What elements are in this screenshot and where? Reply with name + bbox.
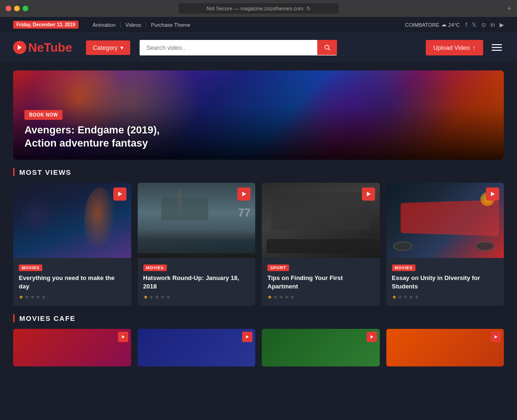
play-icon: [369, 334, 374, 339]
card-play-icon[interactable]: [113, 187, 126, 201]
logo-tube: Tube: [44, 40, 72, 54]
bottom-card-2: [138, 329, 256, 366]
bottom-card-3: [262, 329, 380, 366]
svg-marker-9: [370, 335, 373, 339]
facebook-icon[interactable]: f: [465, 22, 467, 28]
ship-body: [161, 197, 208, 220]
star-1: ★: [267, 294, 272, 300]
svg-marker-6: [491, 192, 495, 196]
reload-icon[interactable]: ↻: [306, 6, 311, 12]
search-button[interactable]: [317, 40, 337, 55]
svg-marker-8: [246, 335, 249, 339]
card-play-icon[interactable]: [362, 187, 375, 201]
card-thumbnail: [386, 183, 504, 258]
star-2: ★: [398, 294, 402, 300]
video-card: 77 MOVIES Hatswork Round-Up: January 18,…: [138, 183, 256, 306]
card-rating: ★ ★ ★ ★ ★: [392, 294, 499, 300]
bottom-play-icon[interactable]: [491, 332, 501, 342]
thumbnail-figure: [84, 187, 117, 253]
instagram-icon[interactable]: ⊙: [481, 22, 486, 28]
youtube-icon[interactable]: ▶: [500, 22, 504, 28]
star-2: ★: [24, 294, 29, 300]
weather-temp: 24°C: [448, 22, 460, 28]
card-category-badge: MOVIES: [19, 264, 42, 271]
video-card: MOVIES Essay on Unity in Diversity for S…: [386, 183, 504, 306]
star-5: ★: [166, 294, 171, 300]
star-3: ★: [30, 294, 35, 300]
card-play-icon[interactable]: [237, 187, 251, 201]
top-bar: Friday, December 13, 2019 Animation Vide…: [0, 17, 517, 33]
star-4: ★: [409, 294, 414, 300]
ship-mast: [178, 190, 181, 213]
search-input[interactable]: [140, 40, 317, 55]
most-views-title: MOST VIEWS: [13, 168, 71, 176]
top-nav-links: Animation Videos Purchase Theme: [88, 22, 195, 28]
bottom-play-icon[interactable]: [118, 332, 128, 342]
svg-marker-10: [495, 335, 498, 339]
bottom-play-icon[interactable]: [242, 332, 252, 342]
address-bar[interactable]: Not Secure — magazine.zozothemes.com ↻: [179, 3, 338, 14]
top-bar-left: Friday, December 13, 2019 Animation Vide…: [13, 21, 195, 29]
star-1: ★: [392, 294, 397, 300]
nav-link-videos[interactable]: Videos: [121, 22, 146, 28]
card-thumbnail: [262, 183, 380, 258]
nav-link-purchase[interactable]: Purchase Theme: [146, 22, 195, 28]
card-rating: ★ ★ ★ ★ ★: [19, 294, 125, 300]
vehicle-body: [271, 192, 370, 230]
card-thumbnail: [13, 183, 131, 258]
star-1: ★: [143, 294, 148, 300]
play-icon: [117, 191, 123, 197]
star-2: ★: [273, 294, 278, 300]
search-bar: [140, 40, 337, 55]
hamburger-menu-button[interactable]: [490, 42, 504, 53]
card-category-badge: MOVIES: [143, 264, 167, 271]
card-body: SPORT Tips on Finding Your First Apartme…: [262, 258, 380, 306]
social-icons: f 𝕏 ⊙ in ▶: [465, 22, 504, 28]
header: NeTube Category ▾ Upload Video ↑: [0, 33, 517, 62]
star-1: ★: [19, 294, 24, 300]
new-tab-button[interactable]: +: [507, 4, 511, 13]
svg-marker-5: [367, 192, 370, 196]
logo[interactable]: NeTube: [13, 40, 72, 55]
search-icon: [324, 44, 330, 51]
upload-icon: ↑: [473, 44, 476, 51]
maximize-button[interactable]: [23, 6, 28, 11]
hero-content: BOOK NOW Avengers: Endgame (2019), Actio…: [24, 110, 160, 150]
twitter-icon[interactable]: 𝕏: [472, 22, 477, 28]
play-icon: [365, 191, 372, 197]
upload-video-button[interactable]: Upload Video ↑: [426, 40, 483, 55]
svg-line-2: [329, 49, 330, 50]
card-title: Everything you need to make the day: [19, 274, 125, 290]
header-right: Upload Video ↑: [426, 40, 504, 55]
bottom-cards-preview: [13, 329, 504, 366]
category-button[interactable]: Category ▾: [86, 40, 130, 55]
hamburger-line-3: [492, 50, 502, 51]
date-badge: Friday, December 13, 2019: [13, 21, 78, 29]
play-icon: [245, 334, 250, 339]
play-icon: [16, 44, 23, 51]
bottom-play-icon[interactable]: [367, 332, 377, 342]
most-views-section: MOST VIEWS MOVIES Everything you need to: [0, 168, 517, 306]
linkedin-icon[interactable]: in: [491, 22, 495, 28]
star-3: ★: [279, 294, 283, 300]
movies-cafe-section: MOVIES CAFE: [0, 314, 517, 366]
hamburger-line-2: [492, 47, 502, 48]
star-3: ★: [155, 294, 159, 300]
car-wheel-1: [393, 241, 412, 251]
movies-cafe-header: MOVIES CAFE: [13, 314, 504, 322]
minimize-button[interactable]: [14, 6, 20, 11]
close-button[interactable]: [6, 6, 11, 11]
most-views-header: MOST VIEWS: [13, 168, 504, 176]
bottom-card-1: [13, 329, 131, 366]
nav-link-animation[interactable]: Animation: [88, 22, 121, 28]
hero-banner: BOOK NOW Avengers: Endgame (2019), Actio…: [13, 70, 504, 160]
book-now-button[interactable]: BOOK NOW: [24, 110, 63, 120]
star-3: ★: [403, 294, 408, 300]
play-icon: [241, 191, 247, 197]
card-play-icon[interactable]: [486, 187, 499, 201]
video-card: MOVIES Everything you need to make the d…: [13, 183, 131, 306]
play-icon: [121, 334, 125, 339]
svg-marker-7: [122, 335, 125, 339]
star-2: ★: [149, 294, 154, 300]
star-5: ★: [41, 294, 46, 300]
